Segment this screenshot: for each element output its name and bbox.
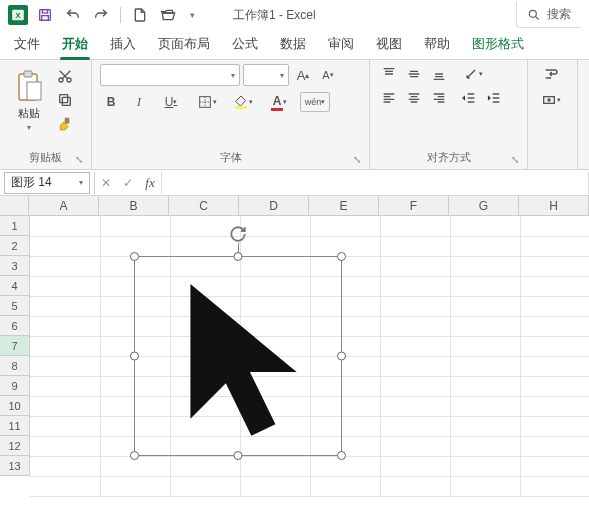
search-box[interactable]: 搜索 xyxy=(516,2,581,28)
align-center-button[interactable] xyxy=(403,88,425,108)
enter-formula-button[interactable]: ✓ xyxy=(117,172,139,194)
col-header-F[interactable]: F xyxy=(379,196,449,216)
col-header-D[interactable]: D xyxy=(239,196,309,216)
resize-handle-nw[interactable] xyxy=(130,252,139,261)
phonetic-button[interactable]: wén ▾ xyxy=(300,92,330,112)
redo-button[interactable] xyxy=(90,4,112,26)
row-header-6[interactable]: 6 xyxy=(0,316,30,336)
formula-input[interactable] xyxy=(161,172,589,194)
ribbon: 粘贴 ▾ 剪贴板⤡ ▾ ▾ A▴ A▾ xyxy=(0,60,589,170)
decrease-indent-button[interactable] xyxy=(458,88,480,108)
resize-handle-sw[interactable] xyxy=(130,451,139,460)
copy-button[interactable] xyxy=(54,90,76,110)
col-header-H[interactable]: H xyxy=(519,196,589,216)
qat-customize-button[interactable]: ▾ xyxy=(185,4,199,26)
tab-layout[interactable]: 页面布局 xyxy=(156,29,212,59)
resize-handle-w[interactable] xyxy=(130,352,139,361)
merge-button[interactable]: ▾ xyxy=(536,90,566,110)
align-middle-button[interactable] xyxy=(403,64,425,84)
tab-file[interactable]: 文件 xyxy=(12,29,42,59)
new-file-button[interactable] xyxy=(129,4,151,26)
tab-shape-format[interactable]: 图形格式 xyxy=(470,29,526,59)
row-header-9[interactable]: 9 xyxy=(0,376,30,396)
insert-function-button[interactable]: fx xyxy=(139,172,161,194)
align-right-button[interactable] xyxy=(428,88,450,108)
tab-formulas[interactable]: 公式 xyxy=(230,29,260,59)
row-header-10[interactable]: 10 xyxy=(0,396,30,416)
fill-color-button[interactable]: ▾ xyxy=(228,92,258,112)
tab-help[interactable]: 帮助 xyxy=(422,29,452,59)
cancel-formula-button[interactable]: ✕ xyxy=(95,172,117,194)
rotate-handle[interactable] xyxy=(229,225,247,243)
col-header-A[interactable]: A xyxy=(29,196,99,216)
undo-button[interactable] xyxy=(62,4,84,26)
save-button[interactable] xyxy=(34,4,56,26)
ribbon-group-clipboard: 粘贴 ▾ 剪贴板⤡ xyxy=(0,60,92,169)
resize-handle-s[interactable] xyxy=(234,451,243,460)
row-header-11[interactable]: 11 xyxy=(0,416,30,436)
font-color-button[interactable]: A▾ xyxy=(264,92,294,112)
border-button[interactable]: ▾ xyxy=(192,92,222,112)
row-header-3[interactable]: 3 xyxy=(0,256,30,276)
row-header-4[interactable]: 4 xyxy=(0,276,30,296)
row-header-12[interactable]: 12 xyxy=(0,436,30,456)
clipboard-launcher[interactable]: ⤡ xyxy=(75,154,83,165)
shape-selection-frame[interactable] xyxy=(134,256,342,456)
italic-button[interactable]: I xyxy=(128,92,150,112)
align-left-button[interactable] xyxy=(378,88,400,108)
tab-view[interactable]: 视图 xyxy=(374,29,404,59)
excel-app-icon: X xyxy=(8,5,28,25)
ribbon-group-wrap: ▾ xyxy=(528,60,578,169)
align-bottom-button[interactable] xyxy=(428,64,450,84)
svg-rect-8 xyxy=(27,82,41,100)
name-box[interactable]: 图形 14 ▾ xyxy=(4,172,90,194)
row-header-8[interactable]: 8 xyxy=(0,356,30,376)
font-launcher[interactable]: ⤡ xyxy=(353,154,361,165)
col-header-B[interactable]: B xyxy=(99,196,169,216)
svg-rect-7 xyxy=(24,71,32,77)
svg-rect-15 xyxy=(235,107,247,109)
orientation-button[interactable]: ▾ xyxy=(458,64,488,84)
open-file-button[interactable] xyxy=(157,4,179,26)
row-header-2[interactable]: 2 xyxy=(0,236,30,256)
decrease-font-button[interactable]: A▾ xyxy=(317,65,339,85)
row-header-1[interactable]: 1 xyxy=(0,216,30,236)
name-box-value: 图形 14 xyxy=(11,174,52,191)
font-size-combo[interactable]: ▾ xyxy=(243,64,289,86)
font-name-combo[interactable]: ▾ xyxy=(100,64,240,86)
tab-review[interactable]: 审阅 xyxy=(326,29,356,59)
col-header-G[interactable]: G xyxy=(449,196,519,216)
ribbon-tabs: 文件 开始 插入 页面布局 公式 数据 审阅 视图 帮助 图形格式 xyxy=(0,30,589,60)
increase-indent-button[interactable] xyxy=(483,88,505,108)
resize-handle-ne[interactable] xyxy=(337,252,346,261)
ribbon-group-font: ▾ ▾ A▴ A▾ B I U ▾ ▾ ▾ A▾ wén ▾ xyxy=(92,60,370,169)
search-placeholder: 搜索 xyxy=(547,6,571,23)
align-top-button[interactable] xyxy=(378,64,400,84)
resize-handle-se[interactable] xyxy=(337,451,346,460)
svg-rect-4 xyxy=(42,16,49,21)
select-all-corner[interactable] xyxy=(0,196,29,216)
tab-insert[interactable]: 插入 xyxy=(108,29,138,59)
cursor-arrow-shape[interactable] xyxy=(165,277,315,447)
wrap-text-button[interactable] xyxy=(536,64,566,84)
search-icon xyxy=(527,8,541,22)
underline-button[interactable]: U ▾ xyxy=(156,92,186,112)
font-group-label: 字体 xyxy=(220,151,242,163)
clipboard-group-label: 剪贴板 xyxy=(29,151,62,163)
resize-handle-e[interactable] xyxy=(337,352,346,361)
paste-button[interactable]: 粘贴 ▾ xyxy=(8,64,50,136)
cut-button[interactable] xyxy=(54,66,76,86)
col-header-C[interactable]: C xyxy=(169,196,239,216)
tab-data[interactable]: 数据 xyxy=(278,29,308,59)
bold-button[interactable]: B xyxy=(100,92,122,112)
resize-handle-n[interactable] xyxy=(234,252,243,261)
row-header-5[interactable]: 5 xyxy=(0,296,30,316)
align-launcher[interactable]: ⤡ xyxy=(511,154,519,165)
row-header-13[interactable]: 13 xyxy=(0,456,30,476)
format-painter-button[interactable] xyxy=(54,114,76,134)
increase-font-button[interactable]: A▴ xyxy=(292,65,314,85)
svg-text:X: X xyxy=(15,11,20,20)
tab-home[interactable]: 开始 xyxy=(60,29,90,59)
col-header-E[interactable]: E xyxy=(309,196,379,216)
row-header-7[interactable]: 7 xyxy=(0,336,30,356)
